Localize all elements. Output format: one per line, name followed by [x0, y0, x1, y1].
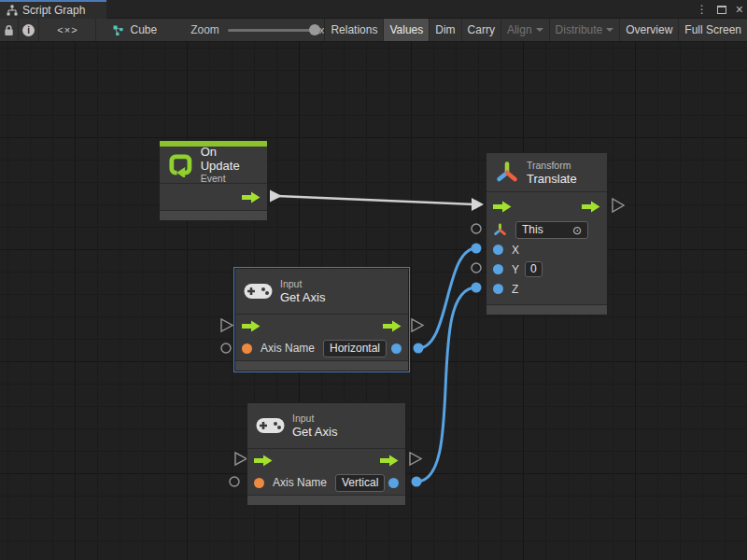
node-title: Get Axis — [280, 290, 325, 304]
graph-hierarchy-icon — [7, 5, 18, 16]
graph-target-icon — [112, 24, 124, 36]
carry-button[interactable]: Carry — [461, 19, 500, 41]
update-loop-icon — [168, 152, 193, 177]
port-getaxis-h-ctrl-out[interactable] — [412, 319, 423, 331]
port-translate-x-in[interactable] — [472, 244, 482, 254]
dim-button[interactable]: Dim — [429, 19, 460, 41]
port-translate-ctrl-out[interactable] — [613, 199, 624, 212]
port-z-label: Z — [512, 283, 518, 296]
port-z-inner[interactable] — [493, 284, 503, 294]
port-getaxis-v-result[interactable] — [412, 477, 422, 487]
gamepad-icon — [244, 281, 273, 301]
target-object-field[interactable]: This ⊙ — [515, 221, 588, 239]
axis-name-label: Axis Name — [273, 476, 327, 489]
window-menu-icon[interactable]: ⋮ — [697, 3, 708, 16]
tab-script-graph[interactable]: Script Graph — [0, 0, 106, 19]
port-getaxis-h-name-in[interactable] — [221, 343, 231, 353]
port-x-inner[interactable] — [493, 245, 503, 255]
port-axis-name-inner[interactable] — [254, 478, 264, 488]
wire-vertical-to-z[interactable] — [416, 287, 476, 482]
graph-target-label: Cube — [130, 23, 157, 36]
distribute-dropdown[interactable]: Distribute — [549, 19, 620, 41]
y-value-field[interactable]: 0 — [525, 261, 543, 277]
node-footer — [160, 210, 267, 220]
port-result-inner[interactable] — [391, 343, 402, 354]
tab-title: Script Graph — [22, 4, 85, 17]
port-ctrl-out-inner[interactable] — [383, 320, 402, 332]
port-getaxis-h-ctrl-in[interactable] — [221, 319, 233, 331]
graph-toolbar: i <×> Cube Zoom 1x Relations Values Dim … — [0, 19, 747, 42]
axis-name-label: Axis Name — [261, 342, 315, 355]
axis-name-field[interactable]: Vertical — [335, 474, 385, 492]
port-getaxis-h-result[interactable] — [414, 343, 424, 354]
graph-target[interactable]: Cube — [112, 19, 157, 41]
port-result-inner[interactable] — [388, 478, 399, 488]
zoom-slider-track[interactable] — [228, 29, 321, 32]
gamepad-icon — [256, 415, 285, 436]
node-category: Input — [280, 278, 325, 290]
target-object-value: This — [522, 223, 543, 237]
variables-button[interactable]: <×> — [39, 19, 96, 41]
close-icon[interactable]: × — [736, 3, 743, 16]
node-title: On Update — [201, 145, 259, 173]
port-onupdate-ctrl-out[interactable] — [242, 191, 261, 203]
node-category: Transform — [527, 160, 577, 172]
zoom-label: Zoom — [190, 23, 219, 36]
toolbar-buttons: Relations Values Dim Carry Align Distrib… — [324, 19, 747, 41]
relations-button[interactable]: Relations — [324, 19, 383, 41]
maximize-icon[interactable] — [717, 6, 726, 14]
port-translate-target-in[interactable] — [472, 224, 481, 233]
port-y-label: Y — [512, 263, 519, 276]
graph-inspector-button[interactable]: i — [19, 19, 39, 41]
wire-horizontal-to-x[interactable] — [418, 248, 476, 348]
port-translate-ctrl-out-inner[interactable] — [582, 201, 600, 213]
node-get-axis-vertical[interactable]: Input Get Axis Axis Name Vertical — [247, 402, 406, 506]
node-category: Input — [292, 413, 337, 425]
port-ctrl-in-inner[interactable] — [242, 320, 261, 332]
port-x-label: X — [512, 244, 519, 257]
port-getaxis-v-name-in[interactable] — [230, 477, 239, 486]
align-dropdown[interactable]: Align — [500, 19, 549, 41]
node-translate[interactable]: Transform Translate This ⊙ — [486, 152, 608, 315]
transform-icon — [495, 161, 519, 185]
info-icon: i — [22, 24, 35, 36]
overview-button[interactable]: Overview — [619, 19, 678, 41]
node-title: Translate — [527, 172, 577, 186]
node-footer — [486, 304, 607, 315]
control-wire-dest-arrow[interactable] — [472, 198, 484, 211]
node-footer — [247, 495, 405, 505]
port-getaxis-v-ctrl-in[interactable] — [235, 453, 247, 465]
port-getaxis-v-ctrl-out[interactable] — [410, 453, 421, 465]
values-button[interactable]: Values — [383, 19, 429, 41]
window-titlebar: Script Graph ⋮ × — [0, 0, 747, 19]
lock-icon — [4, 24, 14, 36]
zoom-slider[interactable] — [228, 19, 308, 42]
graph-canvas[interactable]: On Update Event Transform Translate — [0, 42, 747, 560]
lock-button[interactable] — [0, 19, 19, 41]
node-on-update[interactable]: On Update Event — [159, 140, 268, 221]
control-wire[interactable] — [277, 196, 474, 204]
port-translate-y-in[interactable] — [472, 263, 481, 273]
port-translate-ctrl-in[interactable] — [493, 201, 512, 213]
node-get-axis-horizontal[interactable]: Input Get Axis Axis Name Horizontal — [234, 268, 409, 371]
port-y-inner[interactable] — [493, 264, 503, 274]
object-picker-icon[interactable]: ⊙ — [572, 225, 582, 236]
port-axis-name-inner[interactable] — [242, 343, 252, 354]
port-ctrl-out-inner[interactable] — [380, 455, 399, 467]
node-footer — [235, 360, 408, 371]
variables-icon: <×> — [57, 24, 78, 35]
fullscreen-button[interactable]: Full Screen — [678, 19, 747, 41]
node-title: Get Axis — [292, 425, 337, 439]
transform-mini-icon — [493, 223, 507, 237]
port-ctrl-in-inner[interactable] — [254, 455, 273, 467]
port-translate-z-in[interactable] — [472, 283, 482, 293]
dropdown-caret-icon — [536, 28, 543, 32]
dropdown-caret-icon — [606, 28, 613, 32]
axis-name-field[interactable]: Horizontal — [323, 340, 387, 357]
zoom-slider-handle[interactable] — [309, 24, 320, 35]
